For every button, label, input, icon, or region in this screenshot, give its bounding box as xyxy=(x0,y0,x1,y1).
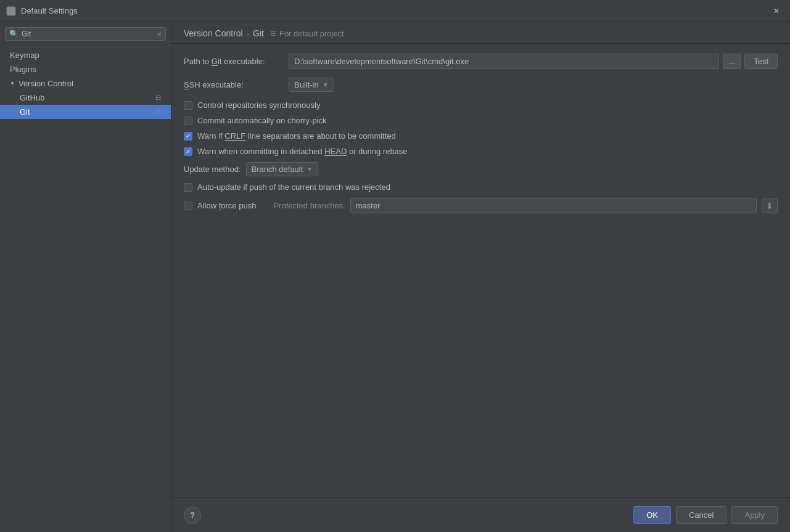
protected-branches-icon-button[interactable]: ⬇ xyxy=(762,198,778,213)
sidebar-item-label: Plugins xyxy=(10,65,36,74)
control-repos-checkbox[interactable] xyxy=(184,101,192,110)
sidebar-item-label: Version Control xyxy=(19,79,73,88)
breadcrumb-main: Version Control xyxy=(184,28,243,38)
title-bar-left: Default Settings xyxy=(6,6,78,16)
apply-button[interactable]: Apply xyxy=(731,506,778,524)
content-body: Path to Git executable: ... Test SSH exe… xyxy=(171,44,790,497)
update-method-value: Branch default xyxy=(252,165,303,174)
footer: ? OK Cancel Apply xyxy=(171,497,790,532)
update-method-arrow: ▼ xyxy=(307,166,313,173)
auto-update-label: Auto-update if push of the current branc… xyxy=(197,182,390,192)
title-bar: Default Settings × xyxy=(0,0,790,22)
footer-left: ? xyxy=(184,507,201,524)
content-area: Version Control › Git ⊟ For default proj… xyxy=(171,22,790,532)
breadcrumb-separator: › xyxy=(247,29,249,38)
sidebar-item-label: GitHub xyxy=(20,93,44,102)
sidebar-item-keymap[interactable]: Keymap xyxy=(0,48,171,62)
commit-cherry-checkbox[interactable] xyxy=(184,117,192,125)
search-clear-button[interactable]: × xyxy=(157,30,162,38)
help-button[interactable]: ? xyxy=(184,507,201,524)
sidebar-nav: Keymap Plugins ▼ Version Control GitHub … xyxy=(0,46,171,532)
app-icon xyxy=(6,6,16,16)
git-executable-input[interactable] xyxy=(289,54,719,69)
ssh-dropdown-arrow: ▼ xyxy=(323,81,329,88)
sidebar-item-label: Git xyxy=(20,107,30,117)
protected-branches-wrapper: Protected branches: ⬇ xyxy=(261,198,778,213)
breadcrumb-page-icon: ⊟ xyxy=(270,30,276,38)
copy-icon: ⊟ xyxy=(155,94,161,102)
expand-triangle-icon: ▼ xyxy=(10,81,15,86)
test-button[interactable]: Test xyxy=(744,54,778,69)
sidebar-item-version-control[interactable]: ▼ Version Control xyxy=(0,76,171,91)
checkbox-allow-force-row: Allow force push Protected branches: ⬇ xyxy=(184,198,778,213)
ok-button[interactable]: OK xyxy=(633,506,671,524)
browse-button[interactable]: ... xyxy=(723,54,741,69)
sidebar: 🔍 × Keymap Plugins ▼ Version Control Git… xyxy=(0,22,171,532)
breadcrumb-sub: For default project xyxy=(279,29,344,38)
update-method-row: Update method: Branch default ▼ xyxy=(184,162,778,176)
sidebar-item-github[interactable]: GitHub ⊟ xyxy=(0,91,171,105)
control-repos-label: Control repositories synchronously xyxy=(197,100,320,110)
sidebar-item-label: Keymap xyxy=(10,51,39,60)
path-to-git-label: Path to Git executable: xyxy=(184,57,282,66)
ssh-label: SSH executable: xyxy=(184,80,282,89)
checkbox-commit-cherry-row: Commit automatically on cherry-pick xyxy=(184,116,778,125)
allow-force-checkbox[interactable] xyxy=(184,202,192,210)
main-area: 🔍 × Keymap Plugins ▼ Version Control Git… xyxy=(0,22,790,532)
warn-detached-label: Warn when committing in detached HEAD or… xyxy=(197,147,408,156)
svg-rect-1 xyxy=(8,9,14,10)
window-title: Default Settings xyxy=(21,6,78,15)
path-to-git-row: Path to Git executable: ... Test xyxy=(184,54,778,69)
auto-update-checkbox[interactable] xyxy=(184,183,192,192)
path-input-wrapper: ... Test xyxy=(289,54,778,69)
search-input[interactable] xyxy=(22,30,154,38)
checkbox-warn-crlf-row: Warn if CRLF line separators are about t… xyxy=(184,131,778,141)
checkbox-warn-detached-row: Warn when committing in detached HEAD or… xyxy=(184,147,778,156)
warn-crlf-label: Warn if CRLF line separators are about t… xyxy=(197,131,396,141)
protected-branches-input[interactable] xyxy=(350,198,757,213)
protected-branches-label: Protected branches: xyxy=(273,201,345,210)
svg-rect-3 xyxy=(8,12,12,14)
update-method-dropdown[interactable]: Branch default ▼ xyxy=(246,162,319,176)
copy-icon-git: ⊟ xyxy=(155,108,161,116)
commit-cherry-label: Commit automatically on cherry-pick xyxy=(197,116,327,125)
search-icon: 🔍 xyxy=(9,30,19,38)
version-control-group: ▼ Version Control xyxy=(10,79,73,88)
cancel-button[interactable]: Cancel xyxy=(676,506,726,524)
content-header: Version Control › Git ⊟ For default proj… xyxy=(171,22,790,44)
update-method-label: Update method: xyxy=(184,165,241,174)
svg-rect-2 xyxy=(8,10,14,12)
ssh-dropdown[interactable]: Built-in ▼ xyxy=(289,78,334,92)
sidebar-item-git[interactable]: Git ⊟ xyxy=(0,105,171,119)
ssh-value: Built-in xyxy=(294,80,319,89)
sidebar-item-plugins[interactable]: Plugins xyxy=(0,62,171,76)
breadcrumb-section: Git xyxy=(253,28,264,38)
warn-crlf-checkbox[interactable] xyxy=(184,132,192,141)
warn-detached-checkbox[interactable] xyxy=(184,147,192,156)
allow-force-label: Allow force push xyxy=(197,201,256,210)
close-button[interactable]: × xyxy=(769,4,784,18)
checkbox-control-repos-row: Control repositories synchronously xyxy=(184,100,778,110)
footer-right: OK Cancel Apply xyxy=(633,506,778,524)
ssh-executable-row: SSH executable: Built-in ▼ xyxy=(184,78,778,92)
search-box: 🔍 × xyxy=(5,27,166,41)
checkbox-auto-update-row: Auto-update if push of the current branc… xyxy=(184,182,778,192)
